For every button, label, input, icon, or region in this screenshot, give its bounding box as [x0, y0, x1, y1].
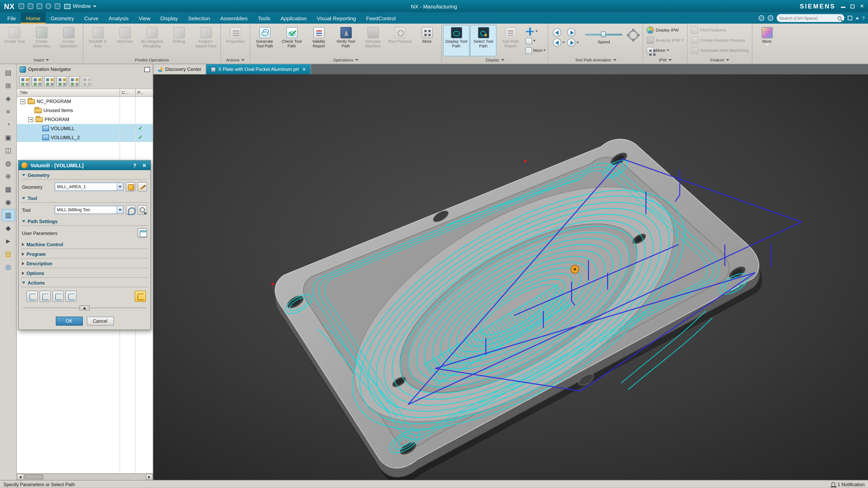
parallel-generate-action-button[interactable] — [39, 291, 51, 302]
generate-tool-path-button[interactable]: Generate Tool Path — [251, 25, 278, 56]
speed-slider-knob[interactable] — [601, 32, 606, 37]
path-overlay-options-button[interactable] — [524, 37, 547, 45]
fullscreen-button[interactable] — [847, 16, 852, 20]
user-icon[interactable] — [758, 15, 764, 21]
group-label-tool-path-animation[interactable]: Tool Path Animation — [549, 57, 643, 64]
select-mill-area-button[interactable] — [126, 182, 135, 192]
column-c[interactable]: C... — [122, 90, 128, 95]
tree-row-program[interactable]: PROGRAM — [17, 115, 153, 124]
tab-curve[interactable]: Curve — [79, 12, 104, 24]
edit-geometry-button[interactable] — [137, 182, 147, 192]
window-menu[interactable]: Window — [64, 3, 96, 9]
panel-bar-icon[interactable]: ▤ — [1, 66, 15, 79]
command-search[interactable] — [776, 14, 844, 22]
part-navigator-icon[interactable]: ≡ — [1, 105, 15, 118]
tab-discovery-center[interactable]: Discovery Center — [153, 64, 206, 74]
section-tool[interactable]: Tool — [21, 194, 148, 203]
group-label-display[interactable]: Display — [442, 57, 548, 64]
help-button[interactable]: ? — [862, 15, 865, 21]
check-tool-path-button[interactable]: Check Tool Path — [278, 25, 305, 56]
tool-select[interactable]: MILL (Milling Too — [55, 206, 123, 214]
tab-visual-reporting[interactable]: Visual Reporting — [312, 12, 361, 24]
program-order-view-icon[interactable] — [19, 76, 30, 87]
column-title[interactable]: Title — [20, 90, 28, 95]
animation-settings-button[interactable] — [629, 30, 638, 40]
replay-action-button[interactable] — [135, 291, 146, 302]
column-p[interactable]: P... — [137, 90, 143, 95]
scrollbar-track[interactable] — [24, 474, 146, 480]
maximize-button[interactable] — [851, 4, 855, 8]
point-display-button[interactable] — [524, 27, 547, 36]
dialog-close-button[interactable]: ✕ — [141, 162, 148, 168]
group-label-ipw[interactable]: IPW — [643, 57, 687, 64]
combo-dropdown-button[interactable] — [117, 206, 123, 214]
scroll-left-button[interactable] — [17, 474, 24, 480]
reuse-library-icon[interactable]: ⊕ — [1, 170, 15, 183]
step-forward-button[interactable] — [567, 38, 576, 47]
constraint-navigator-icon[interactable]: ◈ — [1, 92, 15, 105]
section-description[interactable]: Description — [21, 259, 148, 268]
tab-file[interactable]: File — [2, 12, 21, 24]
tab-tools[interactable]: Tools — [253, 12, 276, 24]
group-label-feature[interactable]: Feature — [688, 57, 752, 64]
tab-selection[interactable]: Selection — [183, 12, 215, 24]
geometry-view-icon[interactable] — [44, 76, 55, 87]
save-icon[interactable] — [19, 3, 24, 9]
tree-row-volumill[interactable]: VOLUMILL ✓ — [17, 124, 153, 133]
section-machine-control[interactable]: Machine Control — [21, 240, 148, 249]
tab-analysis[interactable]: Analysis — [103, 12, 134, 24]
ok-button[interactable]: OK — [56, 317, 83, 326]
section-options[interactable]: Options — [21, 269, 148, 278]
section-geometry[interactable]: Geometry — [21, 171, 148, 180]
group-label-insert[interactable]: Insert — [0, 57, 83, 64]
collapse-expander-icon[interactable] — [28, 117, 33, 122]
redo-icon[interactable] — [37, 3, 42, 9]
group-label-predict-operations[interactable]: Predict Operations — [83, 57, 220, 64]
share-icon[interactable] — [767, 15, 773, 21]
undo-icon[interactable] — [28, 3, 33, 9]
tab-home[interactable]: Home — [21, 12, 45, 24]
machine-tool-view-icon[interactable] — [32, 76, 42, 87]
display-more-button[interactable]: More — [524, 46, 547, 55]
tab-assemblies[interactable]: Assemblies — [215, 12, 253, 24]
combo-dropdown-button[interactable] — [117, 183, 123, 190]
machine-tool-navigator-icon[interactable]: ◫ — [1, 144, 15, 157]
notification-icon[interactable]: ◔ — [1, 118, 15, 131]
touch-mode-icon[interactable] — [55, 3, 60, 9]
edit-tool-button[interactable] — [126, 205, 135, 215]
cancel-button[interactable]: Cancel — [87, 317, 114, 326]
collapse-dialog-button[interactable] — [80, 305, 90, 310]
tab-feedcontrol[interactable]: FeedControl — [361, 12, 401, 24]
geometry-select[interactable]: MILL_AREA_1 — [55, 183, 123, 191]
collapse-tree-icon[interactable] — [69, 76, 80, 87]
dialog-titlebar[interactable]: Volumill - [VOLUMILL] ? ✕ — [19, 160, 151, 170]
navigator-horizontal-scrollbar[interactable] — [17, 473, 153, 480]
group-label-actions[interactable]: Actions — [221, 57, 250, 64]
play-backward-button[interactable] — [553, 28, 562, 37]
mic-icon[interactable] — [45, 3, 51, 9]
notification-button[interactable]: 1 Notification — [838, 481, 865, 487]
display-tool-button[interactable] — [137, 205, 147, 215]
history-icon[interactable]: ▥ — [1, 209, 15, 222]
roles-icon[interactable]: ◎ — [1, 261, 15, 273]
search-input[interactable] — [779, 15, 836, 21]
display-ipw-button[interactable]: Display IPW — [646, 25, 680, 35]
play-forward-button[interactable] — [567, 28, 576, 37]
operation-navigator-icon[interactable]: ▣ — [1, 131, 15, 144]
hd3d-tools-icon[interactable]: ▦ — [1, 183, 15, 196]
float-panel-button[interactable] — [144, 67, 150, 72]
section-program[interactable]: Program — [21, 250, 148, 259]
tree-row-nc-program[interactable]: NC_PROGRAM — [17, 97, 153, 106]
minimize-ribbon-button[interactable] — [855, 17, 859, 19]
tree-row-volumill-2[interactable]: VOLUMILL_2 ✓ — [17, 133, 153, 142]
generate-action-button[interactable] — [27, 291, 38, 302]
ribbon-overflow-more-button[interactable]: More — [754, 25, 780, 56]
section-path-settings[interactable]: Path Settings — [21, 217, 148, 226]
scrollbar-thumb[interactable] — [24, 474, 43, 479]
tab-display[interactable]: Display — [155, 12, 183, 24]
tab-part-file[interactable]: X Plate with Oval Pocket Aluminum.prt ✕ — [206, 64, 311, 74]
section-actions[interactable]: Actions — [21, 278, 148, 287]
simulate-action-button[interactable] — [65, 291, 76, 302]
assembly-navigator-icon[interactable]: ⊞ — [1, 79, 15, 92]
display-tool-path-button[interactable]: Display Tool Path — [443, 25, 470, 56]
